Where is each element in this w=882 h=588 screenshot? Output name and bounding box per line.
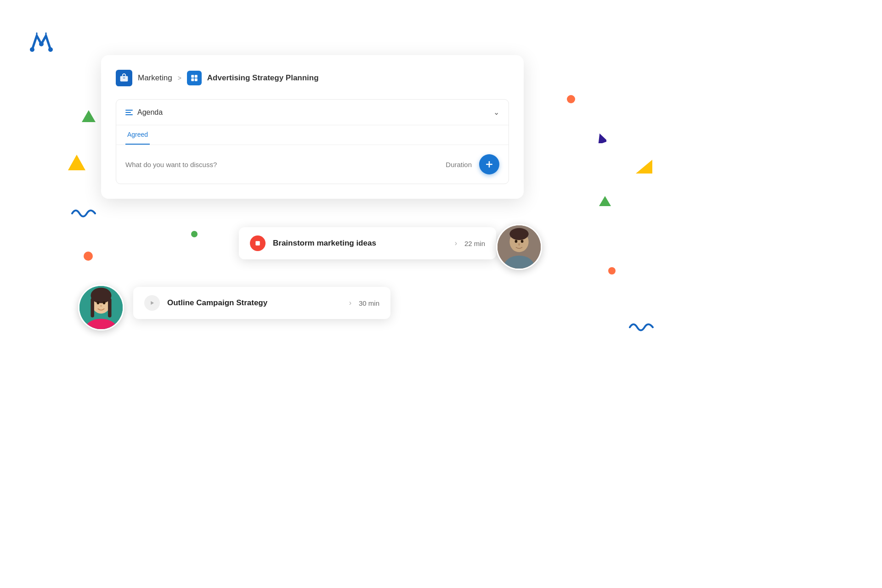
svg-point-10: [48, 47, 53, 52]
decorative-orange-dot-right: [608, 267, 616, 276]
svg-rect-34: [90, 298, 94, 317]
agenda-input-row: [116, 145, 509, 184]
add-agenda-item-button[interactable]: [479, 154, 499, 174]
item-1-title: Brainstorm marketing ideas: [273, 239, 447, 248]
svg-point-27: [509, 228, 528, 240]
svg-point-28: [515, 240, 518, 243]
decorative-green-triangle: [82, 109, 96, 125]
svg-marker-23: [151, 301, 154, 305]
svg-point-2: [84, 252, 93, 261]
svg-rect-16: [191, 75, 194, 78]
svg-marker-5: [596, 133, 606, 143]
svg-point-30: [518, 243, 520, 246]
svg-rect-14: [120, 76, 128, 82]
list-icon: [125, 110, 133, 115]
item-2-title: Outline Campaign Strategy: [167, 298, 342, 308]
svg-point-8: [608, 267, 616, 274]
svg-marker-6: [599, 196, 611, 206]
agenda-item-2[interactable]: Outline Campaign Strategy › 30 min: [133, 287, 390, 319]
svg-rect-35: [108, 298, 112, 317]
agenda-header-left: Agenda: [125, 108, 163, 117]
svg-rect-15: [123, 78, 125, 78]
decorative-green-triangle-right: [599, 195, 611, 209]
decorative-yellow-triangle: [68, 154, 85, 173]
section-label: Marketing: [138, 73, 172, 83]
svg-point-4: [567, 95, 575, 103]
decorative-blue-squiggle-right: [629, 320, 654, 336]
decorative-blue-squiggle-left: [71, 207, 96, 222]
discuss-input[interactable]: [125, 161, 418, 168]
agenda-tabs: Agreed: [116, 125, 509, 145]
app-logo: [28, 28, 55, 57]
item-1-duration: 22 min: [464, 240, 485, 247]
item-1-arrow: ›: [455, 239, 457, 247]
svg-point-9: [30, 47, 34, 52]
svg-marker-0: [82, 110, 96, 122]
agenda-section: Agenda ⌄ Agreed: [116, 99, 509, 184]
page-icon: [187, 71, 202, 85]
item-2-arrow: ›: [349, 299, 351, 307]
item-icon-play: [144, 295, 160, 311]
agenda-label: Agenda: [137, 108, 163, 117]
decorative-green-dot-left: [191, 231, 198, 239]
svg-rect-17: [195, 75, 198, 78]
svg-point-38: [103, 301, 106, 304]
breadcrumb: Marketing > Advertising Strategy Plannin…: [116, 70, 509, 86]
decorative-orange-dot-left: [84, 252, 93, 263]
svg-marker-1: [68, 155, 85, 170]
chevron-down-icon[interactable]: ⌄: [493, 108, 499, 117]
marketing-icon: [116, 70, 132, 86]
svg-point-39: [100, 305, 102, 307]
item-2-duration: 30 min: [359, 299, 379, 307]
item-icon-stop: [250, 235, 266, 251]
agenda-item-1[interactable]: Brainstorm marketing ideas › 22 min: [239, 227, 496, 259]
page-title: Advertising Strategy Planning: [207, 73, 319, 83]
tab-agreed[interactable]: Agreed: [125, 125, 150, 145]
svg-rect-22: [255, 241, 260, 245]
svg-point-29: [521, 240, 524, 243]
avatar-woman: [78, 285, 124, 330]
duration-input[interactable]: [426, 161, 472, 168]
svg-point-3: [191, 231, 198, 237]
svg-rect-19: [195, 78, 198, 81]
agenda-header[interactable]: Agenda ⌄: [116, 100, 509, 125]
avatar-man: [496, 224, 542, 270]
decorative-orange-dot-top-right: [567, 95, 575, 105]
main-card: Marketing > Advertising Strategy Plannin…: [101, 55, 524, 199]
svg-rect-18: [191, 78, 194, 81]
decorative-yellow-triangle-right: [636, 158, 652, 177]
svg-point-37: [97, 301, 100, 304]
breadcrumb-arrow: >: [178, 74, 181, 82]
svg-point-11: [39, 42, 44, 46]
decorative-dark-triangle-right: [596, 133, 606, 145]
svg-marker-7: [636, 160, 652, 174]
